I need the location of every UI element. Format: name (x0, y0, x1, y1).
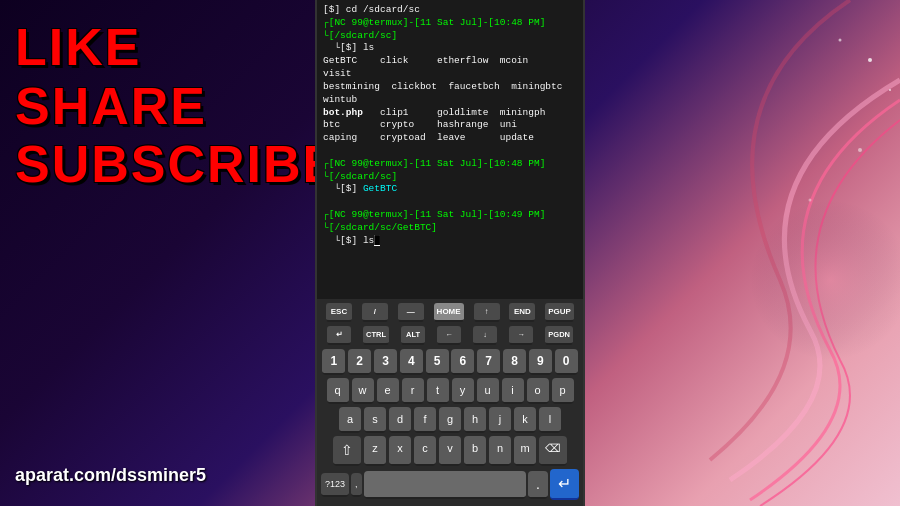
key-d[interactable]: d (389, 407, 411, 433)
like-label: LIKE (15, 20, 255, 75)
left-panel: LIKE SHARE SUBSCRIBE aparat.com/dssminer… (0, 0, 270, 506)
qwerty-row-3: ⇧ z x c v b n m ⌫ (319, 436, 581, 466)
term-line-15 (323, 196, 577, 209)
key-v[interactable]: v (439, 436, 461, 466)
return-key[interactable]: ↵ (550, 469, 579, 500)
key-p[interactable]: p (552, 378, 574, 404)
key-w[interactable]: w (352, 378, 374, 404)
share-label: SHARE (15, 79, 255, 134)
slash-key[interactable]: / (362, 303, 388, 322)
key-k[interactable]: k (514, 407, 536, 433)
key-z[interactable]: z (364, 436, 386, 466)
term-line-16: ┌[NC 99@termux]-[11 Sat Jul]-[10:49 PM] (323, 209, 577, 222)
key-l[interactable]: l (539, 407, 561, 433)
alt-key[interactable]: ALT (401, 326, 425, 345)
key-i[interactable]: i (502, 378, 524, 404)
key-g[interactable]: g (439, 407, 461, 433)
key-m[interactable]: m (514, 436, 536, 466)
svg-point-2 (839, 39, 842, 42)
key-7[interactable]: 7 (477, 349, 500, 375)
key-a[interactable]: a (339, 407, 361, 433)
pgup-key[interactable]: PGUP (545, 303, 574, 322)
num-row: 1 2 3 4 5 6 7 8 9 0 (319, 349, 581, 375)
key-1[interactable]: 1 (322, 349, 345, 375)
home-key[interactable]: HOME (434, 303, 464, 322)
bottom-row: ?123 , . ↵ (319, 469, 581, 500)
bg-swirl (550, 0, 900, 506)
key-y[interactable]: y (452, 378, 474, 404)
term-line-8: bot.php clip1 goldlimte miningph (323, 107, 577, 120)
terminal: [$] cd /sdcard/sc ┌[NC 99@termux]-[11 Sa… (317, 0, 583, 299)
phone-container: [$] cd /sdcard/sc ┌[NC 99@termux]-[11 Sa… (315, 0, 585, 506)
left-key[interactable]: ← (437, 326, 461, 345)
key-q[interactable]: q (327, 378, 349, 404)
key-2[interactable]: 2 (348, 349, 371, 375)
key-9[interactable]: 9 (529, 349, 552, 375)
key-e[interactable]: e (377, 378, 399, 404)
svg-point-0 (750, 200, 900, 360)
key-4[interactable]: 4 (400, 349, 423, 375)
func-row: ESC / — HOME ↑ END PGUP (319, 303, 581, 322)
term-line-9: btc crypto hashrange uni (323, 119, 577, 132)
term-line-12: ┌[NC 99@termux]-[11 Sat Jul]-[10:48 PM] (323, 158, 577, 171)
key-8[interactable]: 8 (503, 349, 526, 375)
mod-row: ↵ CTRL ALT ← ↓ → PGDN (319, 326, 581, 345)
term-line-14: └[$] GetBTC (323, 183, 577, 196)
up-key[interactable]: ↑ (474, 303, 500, 322)
key-j[interactable]: j (489, 407, 511, 433)
key-6[interactable]: 6 (451, 349, 474, 375)
right-key[interactable]: → (509, 326, 533, 345)
qwerty-row-1: q w e r t y u i o p (319, 378, 581, 404)
down-key[interactable]: ↓ (473, 326, 497, 345)
dot-key[interactable]: . (528, 471, 548, 499)
enter-small-key[interactable]: ↵ (327, 326, 351, 345)
website-label: aparat.com/dssminer5 (15, 465, 255, 486)
key-t[interactable]: t (427, 378, 449, 404)
term-line-13: └[/sdcard/sc] (323, 171, 577, 184)
term-line-4: GetBTC click etherflow mcoin (323, 55, 577, 68)
end-key[interactable]: END (509, 303, 535, 322)
key-f[interactable]: f (414, 407, 436, 433)
esc-key[interactable]: ESC (326, 303, 352, 322)
term-line-2: └[/sdcard/sc] (323, 30, 577, 43)
key-s[interactable]: s (364, 407, 386, 433)
key-c[interactable]: c (414, 436, 436, 466)
key-u[interactable]: u (477, 378, 499, 404)
key-x[interactable]: x (389, 436, 411, 466)
qwerty-row-2: a s d f g h j k l (319, 407, 581, 433)
keyboard-area: ESC / — HOME ↑ END PGUP ↵ CTRL ALT ← ↓ →… (317, 299, 583, 506)
svg-point-3 (889, 89, 891, 91)
key-b[interactable]: b (464, 436, 486, 466)
term-line-11 (323, 145, 577, 158)
backspace-key[interactable]: ⌫ (539, 436, 567, 466)
key-r[interactable]: r (402, 378, 424, 404)
key-o[interactable]: o (527, 378, 549, 404)
term-line-18: └[$] ls█ (323, 235, 577, 248)
subscribe-label: SUBSCRIBE (15, 137, 255, 192)
key-5[interactable]: 5 (426, 349, 449, 375)
social-text: LIKE SHARE SUBSCRIBE (15, 20, 255, 192)
comma-key[interactable]: , (351, 473, 362, 497)
term-line-10: caping cryptoad leave update (323, 132, 577, 145)
key-n[interactable]: n (489, 436, 511, 466)
key-h[interactable]: h (464, 407, 486, 433)
term-line-0: [$] cd /sdcard/sc (323, 4, 577, 17)
space-key[interactable] (364, 471, 527, 499)
term-line-5: visit (323, 68, 577, 81)
num-switch-key[interactable]: ?123 (321, 473, 349, 497)
svg-point-1 (868, 58, 872, 62)
svg-point-4 (858, 148, 862, 152)
key-3[interactable]: 3 (374, 349, 397, 375)
dash-key[interactable]: — (398, 303, 424, 322)
svg-point-5 (809, 199, 812, 202)
term-line-7: wintub (323, 94, 577, 107)
shift-key[interactable]: ⇧ (333, 436, 361, 466)
key-0[interactable]: 0 (555, 349, 578, 375)
term-line-6: bestmining clickbot faucetbch miningbtc (323, 81, 577, 94)
term-line-17: └[/sdcard/sc/GetBTC] (323, 222, 577, 235)
pgdn-key[interactable]: PGDN (545, 326, 573, 345)
term-line-1: ┌[NC 99@termux]-[11 Sat Jul]-[10:48 PM] (323, 17, 577, 30)
term-line-3: └[$] ls (323, 42, 577, 55)
ctrl-key[interactable]: CTRL (363, 326, 389, 345)
